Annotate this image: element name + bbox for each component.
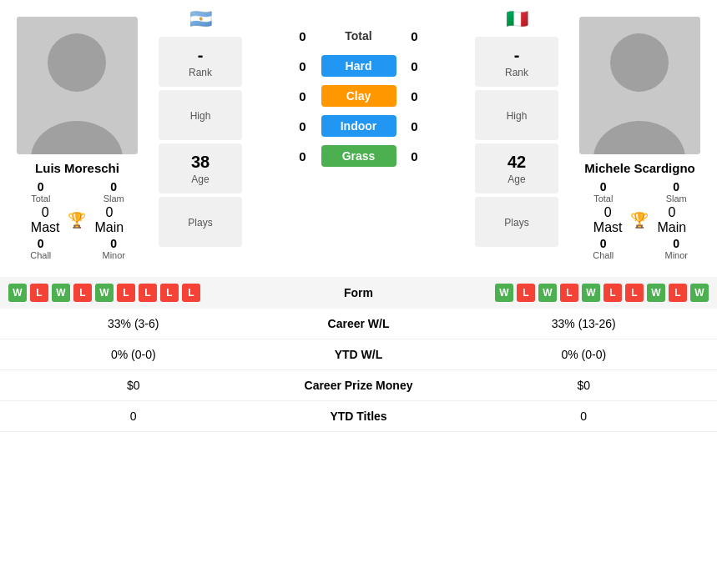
left-age-box: 38 Age [159, 143, 242, 193]
form-badge-left-l: L [139, 284, 157, 302]
right-chall-label: Chall [593, 250, 613, 260]
right-player-name: Michele Scardigno [584, 161, 695, 175]
left-minor-val: 0 [110, 237, 117, 250]
grass-badge: Grass [321, 145, 396, 167]
left-age-label: Age [191, 173, 209, 185]
form-badge-left-l: L [30, 284, 48, 302]
left-ytd-titles: 0 [0, 410, 267, 423]
right-player-avatar [579, 17, 700, 154]
right-player-stats2: 0 Chall 0 Minor [571, 237, 709, 260]
clay-badge: Clay [321, 85, 396, 107]
form-badge-right-w: W [538, 284, 557, 302]
right-hard-val: 0 [406, 59, 423, 73]
right-ytd-wl: 0% (0-0) [451, 348, 718, 361]
left-slam-val: 0 [110, 180, 117, 193]
right-mast-val: 0 [604, 205, 612, 220]
form-badge-left-w: W [52, 284, 70, 302]
right-slam-label: Slam [666, 193, 687, 204]
right-age-val: 42 [507, 153, 526, 172]
right-clay-val: 0 [406, 89, 423, 103]
right-high-label: High [507, 110, 528, 122]
right-indoor-val: 0 [406, 119, 423, 133]
right-mast-label: Mast [593, 220, 623, 235]
right-plays-box: Plays [475, 197, 558, 247]
left-flag: 🇦🇷 [189, 8, 212, 29]
right-trophy-row: 0 Mast 🏆 0 Main [593, 205, 686, 235]
form-badge-right-l: L [517, 284, 535, 302]
right-age-box: 42 Age [475, 143, 558, 193]
left-chall-val: 0 [38, 237, 44, 250]
form-badge-left-l: L [73, 284, 92, 302]
left-slam-label: Slam [104, 193, 124, 204]
left-trophy-icon: 🏆 [68, 211, 86, 229]
left-player-stats: 0 Total 0 Slam [8, 180, 146, 204]
career-wl-row: 33% (3-6) Career W/L 33% (13-26) [0, 309, 717, 339]
left-chall-label: Chall [30, 250, 51, 260]
right-rank-age-col: 🇮🇹 - Rank High 42 Age Plays [475, 8, 558, 247]
right-rank-box: - Rank [475, 37, 558, 87]
svg-point-4 [610, 33, 669, 92]
left-rank-label: Rank [189, 67, 212, 78]
left-high-box: High [159, 90, 242, 140]
right-career-prize: $0 [451, 379, 718, 392]
total-row: 0 Total 0 [249, 25, 468, 47]
indoor-row: 0 Indoor 0 [249, 115, 468, 137]
indoor-badge: Indoor [321, 115, 396, 137]
main-container: Luis Moreschi 0 Total 0 Slam 0 Mast 🏆 [0, 0, 717, 432]
form-badge-right-w: W [495, 284, 513, 302]
right-main-val: 0 [668, 205, 675, 220]
left-form: WLWLWLLLL [8, 284, 292, 302]
right-age-label: Age [507, 173, 525, 185]
surface-col: 0 Total 0 0 Hard 0 0 Clay 0 0 Indoor [249, 8, 468, 183]
right-player-stats: 0 Total 0 Slam [571, 180, 709, 204]
right-high-box: High [475, 90, 558, 140]
comparison-rows: 33% (3-6) Career W/L 33% (13-26) 0% (0-0… [0, 309, 717, 432]
right-minor-label: Minor [664, 250, 688, 260]
right-slam-val: 0 [673, 180, 679, 193]
hard-badge: Hard [321, 55, 396, 77]
right-rank-label: Rank [505, 67, 528, 78]
left-player-name: Luis Moreschi [35, 161, 119, 175]
right-total-surf: 0 [406, 29, 423, 43]
clay-row: 0 Clay 0 [249, 85, 468, 107]
ytd-titles-label: YTD Titles [267, 410, 451, 423]
form-badge-right-l: L [669, 284, 687, 302]
left-main-val: 0 [105, 205, 113, 220]
left-minor-label: Minor [102, 250, 125, 260]
left-high-label: High [190, 110, 211, 122]
left-player-avatar [17, 17, 138, 154]
left-total-label: Total [31, 193, 50, 204]
left-rank-age-col: 🇦🇷 - Rank High 38 Age Plays [159, 8, 242, 247]
ytd-wl-label: YTD W/L [267, 348, 451, 361]
right-flag: 🇮🇹 [506, 8, 528, 29]
top-section: Luis Moreschi 0 Total 0 Slam 0 Mast 🏆 [0, 0, 717, 277]
left-rank-val: - [198, 46, 204, 65]
right-total-label: Total [593, 193, 613, 204]
center-col: 🇦🇷 - Rank High 38 Age Plays [154, 8, 563, 269]
form-badge-right-w: W [582, 284, 600, 302]
right-grass-val: 0 [406, 149, 423, 163]
total-badge: Total [321, 25, 396, 47]
form-badge-left-w: W [8, 284, 27, 302]
right-ytd-titles: 0 [451, 410, 718, 423]
right-main-label: Main [657, 220, 686, 235]
left-total-surf: 0 [295, 29, 311, 43]
form-badge-right-l: L [625, 284, 644, 302]
right-minor-val: 0 [673, 237, 679, 250]
ytd-titles-row: 0 YTD Titles 0 [0, 401, 717, 432]
left-hard-val: 0 [295, 59, 311, 73]
form-badge-left-l: L [117, 284, 135, 302]
form-badge-right-l: L [603, 284, 622, 302]
left-plays-box: Plays [159, 197, 242, 247]
left-ytd-wl: 0% (0-0) [0, 348, 267, 361]
right-plays-label: Plays [504, 217, 528, 229]
left-total-val: 0 [38, 180, 44, 193]
left-grass-val: 0 [295, 149, 311, 163]
career-prize-label: Career Prize Money [267, 379, 451, 392]
right-chall-val: 0 [600, 237, 607, 250]
left-plays-label: Plays [188, 217, 212, 229]
right-career-wl: 33% (13-26) [451, 317, 718, 330]
left-player-card: Luis Moreschi 0 Total 0 Slam 0 Mast 🏆 [0, 8, 154, 269]
left-trophy-row: 0 Mast 🏆 0 Main [31, 205, 124, 235]
career-wl-label: Career W/L [267, 317, 451, 330]
